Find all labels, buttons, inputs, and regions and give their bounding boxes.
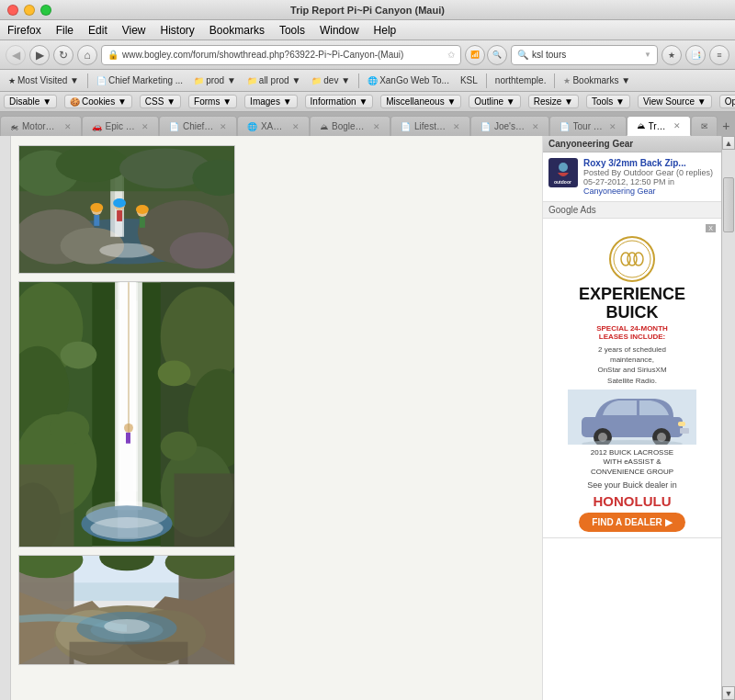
gear-post[interactable]: outdoor Roxy 3/2mm Back Zip... Posted By… bbox=[543, 152, 721, 201]
tab-lifestyle-close[interactable]: ✕ bbox=[453, 122, 460, 131]
addon-tools[interactable]: Tools ▼ bbox=[586, 95, 630, 108]
bookmark-separator-3 bbox=[486, 73, 487, 88]
bookmark-dev-label: dev ▼ bbox=[323, 75, 350, 85]
close-button[interactable] bbox=[7, 5, 18, 16]
bookmark-dev[interactable]: 📁 dev ▼ bbox=[307, 73, 355, 87]
addon-viewsource[interactable]: View Source ▼ bbox=[638, 95, 712, 108]
menu-window[interactable]: Window bbox=[320, 24, 359, 37]
photo-3-image bbox=[19, 555, 234, 665]
forward-button[interactable]: ▶ bbox=[29, 45, 50, 65]
addon-miscellaneous[interactable]: Miscellaneous ▼ bbox=[380, 95, 461, 108]
car-caption-line2: WITH eASSIST & bbox=[604, 457, 662, 466]
tab-motorcyc-label: Motorcyc... bbox=[22, 121, 59, 131]
bookmark-bookmarks[interactable]: ★ Bookmarks ▼ bbox=[559, 73, 635, 87]
address-bar[interactable]: 🔒 www.bogley.com/forum/showthread.php?63… bbox=[101, 45, 461, 65]
addons-bar: Disable ▼ 🍪Cookies ▼ CSS ▼ Forms ▼ Image… bbox=[0, 92, 735, 112]
star-icon[interactable]: ✩ bbox=[447, 50, 455, 60]
vertical-scrollbar[interactable]: ▲ ▼ bbox=[721, 136, 735, 700]
scroll-thumb[interactable] bbox=[723, 177, 734, 232]
photo-2[interactable] bbox=[18, 281, 235, 548]
zoom-icon: 🔍 bbox=[492, 51, 502, 59]
search-dropdown-icon[interactable]: ▼ bbox=[644, 51, 651, 59]
tab-epic-close[interactable]: ✕ bbox=[141, 122, 149, 131]
tab-chief-m[interactable]: 📄 Chief M... ✕ bbox=[159, 116, 237, 136]
addon-information[interactable]: Information ▼ bbox=[305, 95, 374, 108]
search-bar[interactable]: 🔍 ksl tours ▼ bbox=[511, 45, 658, 65]
tab-lifestyle[interactable]: 📄 Lifestyle... ✕ bbox=[390, 116, 470, 136]
addon-resize[interactable]: Resize ▼ bbox=[528, 95, 579, 108]
minimize-button[interactable] bbox=[24, 5, 35, 16]
reload-button[interactable]: ↻ bbox=[53, 45, 74, 65]
gear-post-meta1: Posted By Outdoor Gear (0 replies) bbox=[583, 168, 713, 177]
addon-options[interactable]: Options bbox=[719, 95, 735, 108]
tab-joes-close[interactable]: ✕ bbox=[532, 122, 539, 131]
home-button[interactable]: ⌂ bbox=[77, 45, 97, 65]
tab-trip-close[interactable]: ✕ bbox=[673, 121, 681, 130]
bookmark-manager-button[interactable]: 📑 bbox=[685, 45, 706, 65]
addon-outline[interactable]: Outline ▼ bbox=[469, 95, 520, 108]
svg-rect-39 bbox=[133, 300, 138, 491]
gear-post-meta3[interactable]: Canyoneering Gear bbox=[583, 186, 713, 196]
bookmark-chief-marketing[interactable]: 📄 Chief Marketing ... bbox=[92, 73, 187, 87]
mac-window-controls[interactable] bbox=[7, 5, 51, 16]
menu-bookmarks[interactable]: Bookmarks bbox=[209, 24, 265, 37]
addon-images[interactable]: Images ▼ bbox=[244, 95, 297, 108]
tab-motorcyc-close[interactable]: ✕ bbox=[64, 122, 72, 131]
tab-chief-label: Chief M... bbox=[183, 121, 214, 131]
zoom-button[interactable]: 🔍 bbox=[487, 45, 507, 65]
find-dealer-button[interactable]: FIND A DEALER ▶ bbox=[579, 513, 684, 532]
svg-point-5 bbox=[170, 232, 233, 269]
tab-epic-bir[interactable]: 🚗 Epic Bir... ✕ bbox=[82, 116, 159, 136]
nav-menu-button[interactable]: ≡ bbox=[709, 45, 729, 65]
tab-mail[interactable]: ✉ bbox=[691, 116, 718, 136]
bookmark-xango[interactable]: 🌐 XanGo Web To... bbox=[363, 73, 454, 87]
addon-forms[interactable]: Forms ▼ bbox=[188, 95, 237, 108]
search-text: ksl tours bbox=[532, 50, 566, 60]
ad-subheadline-line2: LEASES INCLUDE: bbox=[596, 333, 668, 341]
bookmark-prod[interactable]: 📁 prod ▼ bbox=[189, 73, 241, 87]
scroll-down-button[interactable]: ▼ bbox=[722, 686, 735, 700]
tab-motorcyc[interactable]: 🏍 Motorcyc... ✕ bbox=[0, 116, 82, 136]
maximize-button[interactable] bbox=[40, 5, 51, 16]
bookmark-all-prod[interactable]: 📁 all prod ▼ bbox=[243, 73, 305, 87]
tab-bogley-favicon: ⛰ bbox=[320, 122, 328, 131]
gear-post-title[interactable]: Roxy 3/2mm Back Zip... bbox=[583, 158, 713, 168]
tab-joes-favicon: 📄 bbox=[481, 122, 491, 131]
tab-tour-close[interactable]: ✕ bbox=[609, 122, 616, 131]
photo-3[interactable] bbox=[18, 555, 235, 665]
scroll-up-button[interactable]: ▲ bbox=[722, 136, 735, 150]
addon-css[interactable]: CSS ▼ bbox=[140, 95, 181, 108]
back-button[interactable]: ◀ bbox=[6, 45, 26, 65]
menu-edit[interactable]: Edit bbox=[88, 24, 107, 37]
photo-1[interactable] bbox=[18, 145, 235, 274]
bookmark-prod-label: prod ▼ bbox=[206, 75, 236, 85]
tab-trip[interactable]: ⛰ Trip ... ✕ bbox=[627, 116, 691, 136]
menu-file[interactable]: File bbox=[56, 24, 74, 37]
bookmark-most-visited[interactable]: ★ Most Visited ▼ bbox=[4, 73, 84, 87]
tab-bogley-close[interactable]: ✕ bbox=[373, 122, 380, 131]
prefs-button[interactable]: ★ bbox=[662, 45, 682, 65]
addon-disable[interactable]: Disable ▼ bbox=[4, 95, 57, 108]
svg-point-61 bbox=[104, 619, 150, 634]
menu-view[interactable]: View bbox=[122, 24, 146, 37]
scroll-track[interactable] bbox=[722, 150, 735, 686]
menu-help[interactable]: Help bbox=[374, 24, 397, 37]
bookmark-northtemple[interactable]: northtemple. bbox=[491, 73, 551, 87]
bookmark-ksl[interactable]: KSL bbox=[456, 73, 482, 87]
tab-xango-close[interactable]: ✕ bbox=[292, 122, 300, 131]
new-tab-button[interactable]: + bbox=[718, 116, 735, 136]
menu-history[interactable]: History bbox=[161, 24, 195, 37]
thread-main bbox=[11, 136, 542, 700]
ad-close-badge[interactable]: X bbox=[706, 224, 716, 232]
tab-chief-close[interactable]: ✕ bbox=[220, 122, 227, 131]
tab-xango[interactable]: 🌐 XANGO ✕ bbox=[237, 116, 310, 136]
addon-cookies[interactable]: 🍪Cookies ▼ bbox=[64, 95, 132, 108]
tab-tour-inf[interactable]: 📄 Tour Inf... ✕ bbox=[549, 116, 627, 136]
tab-joes[interactable]: 📄 Joe's St... ✕ bbox=[470, 116, 549, 136]
menu-firefox[interactable]: Firefox bbox=[7, 24, 41, 37]
thread-content bbox=[11, 136, 542, 674]
rss-button[interactable]: 📶 bbox=[465, 45, 485, 65]
tab-bogley[interactable]: ⛰ Bogley S... ✕ bbox=[310, 116, 390, 136]
menu-tools[interactable]: Tools bbox=[279, 24, 305, 37]
xango-icon: 🌐 bbox=[368, 76, 378, 85]
